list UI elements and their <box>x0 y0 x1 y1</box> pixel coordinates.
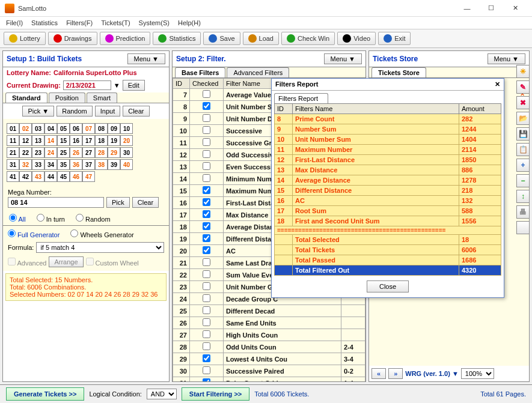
number-31[interactable]: 31 <box>7 159 19 170</box>
toolbar-video[interactable]: Video <box>337 32 376 45</box>
number-9[interactable]: 09 <box>108 123 120 134</box>
side-tool-4[interactable]: 💾 <box>516 127 530 141</box>
filter-check[interactable] <box>203 366 210 374</box>
generate-tickets-button[interactable]: Generate Tickets >> <box>6 387 84 401</box>
filter-check[interactable] <box>203 318 210 326</box>
filter-check[interactable] <box>203 282 210 290</box>
number-3[interactable]: 03 <box>32 123 44 134</box>
filter-check[interactable] <box>203 210 210 218</box>
modal-close-button[interactable]: Close <box>367 280 409 292</box>
toolbar-lottery[interactable]: Lottery <box>4 32 46 45</box>
menu-item[interactable]: System(S) <box>139 19 170 26</box>
minimize-button[interactable]: — <box>455 0 479 17</box>
random-button[interactable]: Random <box>57 106 93 117</box>
filter-check[interactable] <box>203 342 210 350</box>
number-23[interactable]: 23 <box>32 147 44 158</box>
number-11[interactable]: 11 <box>7 135 19 146</box>
number-6[interactable]: 06 <box>70 123 82 134</box>
filter-check[interactable] <box>203 306 210 314</box>
logical-condition-select[interactable]: AND <box>147 389 177 399</box>
number-12[interactable]: 12 <box>19 135 32 146</box>
advanced-check[interactable]: Advanced <box>8 258 46 267</box>
filter-check[interactable] <box>203 126 210 134</box>
number-30[interactable]: 30 <box>120 147 133 158</box>
filter-row[interactable]: 26Same End Units <box>173 317 365 329</box>
setup2-menu-button[interactable]: Menu ▼ <box>324 53 362 64</box>
number-20[interactable]: 20 <box>120 135 133 146</box>
filter-check[interactable] <box>203 114 210 122</box>
start-filtering-button[interactable]: Start Filtering >> <box>182 387 249 401</box>
drawing-date-input[interactable]: 2/13/2021 <box>63 80 111 90</box>
filter-check[interactable] <box>203 102 210 110</box>
zoom-select[interactable]: 100% <box>461 368 494 379</box>
number-40[interactable]: 40 <box>120 159 133 170</box>
filter-row[interactable]: 25Different Decad <box>173 305 365 317</box>
filter-row[interactable]: 30Successive Paired0-2 <box>173 365 365 377</box>
clear-button[interactable]: Clear <box>123 106 149 117</box>
number-36[interactable]: 36 <box>70 159 82 170</box>
number-47[interactable]: 47 <box>82 171 95 182</box>
filter-check[interactable] <box>203 186 210 194</box>
number-7[interactable]: 07 <box>82 123 95 134</box>
side-tool-10[interactable] <box>516 221 530 234</box>
menu-item[interactable]: Help(H) <box>178 19 201 26</box>
nav-next-button[interactable]: » <box>388 368 403 379</box>
nav-prev-button[interactable]: « <box>371 368 386 379</box>
number-8[interactable]: 08 <box>95 123 108 134</box>
toolbar-load[interactable]: Load <box>243 32 279 45</box>
dropdown-icon[interactable]: ▼ <box>114 82 120 89</box>
number-24[interactable]: 24 <box>44 147 57 158</box>
mega-input[interactable] <box>8 197 104 208</box>
number-38[interactable]: 38 <box>95 159 108 170</box>
radio-all[interactable]: All <box>9 214 26 223</box>
filter-check[interactable] <box>203 162 210 170</box>
filter-check[interactable] <box>203 270 210 278</box>
filter-check[interactable] <box>203 354 210 362</box>
number-15[interactable]: 15 <box>57 135 70 146</box>
toolbar-statistics[interactable]: Statistics <box>153 32 201 45</box>
radio-wheels-generator[interactable]: Wheels Generator <box>70 229 133 238</box>
radio-full-generator[interactable]: Full Generator <box>8 229 60 238</box>
number-1[interactable]: 01 <box>7 123 19 134</box>
number-34[interactable]: 34 <box>44 159 57 170</box>
filter-row[interactable]: 27High Units Coun <box>173 329 365 341</box>
filter-check[interactable] <box>203 150 210 158</box>
number-39[interactable]: 39 <box>108 159 120 170</box>
number-45[interactable]: 45 <box>57 171 70 182</box>
filter-check[interactable] <box>203 138 210 146</box>
number-22[interactable]: 22 <box>19 147 32 158</box>
filter-check[interactable] <box>203 234 210 242</box>
number-33[interactable]: 33 <box>32 159 44 170</box>
side-tool-0[interactable]: ✳ <box>516 65 530 78</box>
number-21[interactable]: 21 <box>7 147 19 158</box>
modal-tab[interactable]: Filters Report <box>274 93 328 103</box>
filter-check[interactable] <box>203 294 210 302</box>
side-tool-8[interactable]: ↕ <box>516 190 530 203</box>
pick-button[interactable]: Pick ▼ <box>22 106 54 117</box>
number-35[interactable]: 35 <box>57 159 70 170</box>
toolbar-prediction[interactable]: Prediction <box>100 32 151 45</box>
filter-check[interactable] <box>203 330 210 338</box>
edit-button[interactable]: Edit <box>123 80 145 91</box>
filter-check[interactable] <box>203 246 210 254</box>
mega-clear-button[interactable]: Clear <box>132 197 159 208</box>
number-27[interactable]: 27 <box>82 147 95 158</box>
side-tool-3[interactable]: 📂 <box>516 112 530 125</box>
filter-check[interactable] <box>203 258 210 266</box>
number-29[interactable]: 29 <box>108 147 120 158</box>
number-41[interactable]: 41 <box>7 171 19 182</box>
filter-check[interactable] <box>203 90 210 98</box>
filter-row[interactable]: 31Pairs Count Odd an1-4 <box>173 377 365 382</box>
side-tool-1[interactable]: ✎ <box>516 80 530 94</box>
number-16[interactable]: 16 <box>70 135 82 146</box>
filter-check[interactable] <box>203 378 210 381</box>
filter-row[interactable]: 28Odd Units Coun2-4 <box>173 341 365 353</box>
setup1-menu-button[interactable]: Menu ▼ <box>127 53 165 64</box>
number-28[interactable]: 28 <box>95 147 108 158</box>
tab-advanced-filters[interactable]: Advanced Filters <box>227 67 289 77</box>
tab-base-filters[interactable]: Base Filters <box>175 67 225 77</box>
close-button[interactable]: ✕ <box>503 0 527 17</box>
side-tool-9[interactable]: 🖶 <box>516 205 530 219</box>
toolbar-drawings[interactable]: Drawings <box>48 32 97 45</box>
number-32[interactable]: 32 <box>19 159 32 170</box>
